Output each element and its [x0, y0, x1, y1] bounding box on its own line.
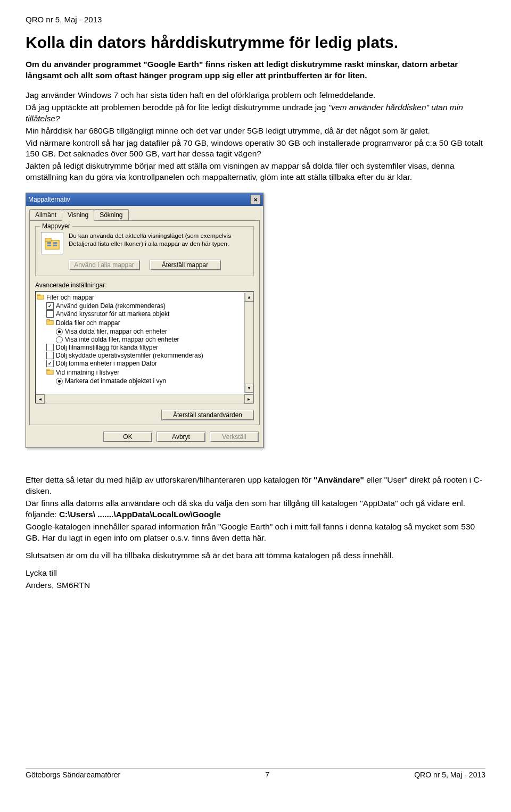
para-2: Då jag upptäckte att problemen berodde p… — [26, 102, 485, 125]
list-item-label: Vid inmatning i listvyer — [56, 369, 119, 376]
footer-right: QRO nr 5, Maj - 2013 — [414, 770, 485, 779]
checkbox[interactable] — [46, 344, 54, 351]
svg-rect-11 — [47, 369, 50, 371]
radio[interactable] — [56, 328, 63, 335]
dialog-tabs: Allmänt Visning Sökning — [26, 206, 263, 220]
folder-options-dialog: Mappalternativ ✕ Allmänt Visning Sökning… — [26, 193, 263, 448]
list-item[interactable]: Dölj tomma enheter i mappen Dator — [37, 360, 244, 368]
scroll-left-icon[interactable]: ◄ — [36, 394, 45, 404]
list-item[interactable]: Använd kryssrutor för att markera objekt — [37, 310, 244, 318]
para-3: Min hårddisk har 680GB tillgängligt minn… — [26, 126, 485, 137]
list-item[interactable]: Dölj skyddade operativsystemfiler (rekom… — [37, 352, 244, 360]
svg-rect-1 — [45, 238, 51, 242]
list-item-label: Dölj tomma enheter i mappen Dator — [56, 360, 157, 367]
dialog-titlebar: Mappalternativ ✕ — [26, 193, 263, 206]
advanced-settings-label: Avancerade inställningar: — [35, 281, 254, 289]
list-item-label: Visa inte dolda filer, mappar och enhete… — [65, 336, 179, 343]
list-item-label: Dölj filnamnstillägg för kända filtyper — [56, 344, 158, 351]
group-label: Mappvyer — [40, 222, 72, 230]
list-item-label: Dölj skyddade operativsystemfiler (rekom… — [56, 352, 203, 359]
advanced-settings-list[interactable]: Filer och mapparAnvänd guiden Dela (reko… — [35, 291, 254, 394]
svg-rect-7 — [37, 294, 40, 296]
signoff-2: Anders, SM6RTN — [26, 580, 485, 591]
page-footer: Göteborgs Sändareamatörer 7 QRO nr 5, Ma… — [26, 768, 485, 779]
apply-button[interactable]: Verkställ — [210, 432, 259, 442]
list-item-label: Markera det inmatade objektet i vyn — [65, 377, 166, 385]
list-item[interactable]: Dölj filnamnstillägg för kända filtyper — [37, 344, 244, 352]
folder-icon — [46, 318, 54, 327]
list-item-label: Visa dolda filer, mappar och enheter — [65, 328, 167, 335]
para-4: Vid närmare kontroll så har jag datafile… — [26, 138, 485, 160]
lower-text: Efter detta så letar du med hjälp av utf… — [26, 475, 485, 591]
lower-para-4: Slutsatsen är om du vill ha tillbaka dis… — [26, 550, 485, 561]
folder-view-text: Du kan använda det aktuella visningsläge… — [69, 232, 248, 248]
radio[interactable] — [56, 378, 63, 385]
reset-folders-button[interactable]: Återställ mappar — [150, 260, 221, 270]
checkbox[interactable] — [46, 310, 54, 318]
ok-button[interactable]: OK — [103, 432, 152, 442]
checkbox[interactable] — [46, 302, 54, 310]
dialog-button-row: OK Avbryt Verkställ — [26, 428, 263, 448]
scroll-up-icon[interactable]: ▲ — [245, 293, 253, 302]
list-item[interactable]: Markera det inmatade objektet i vyn — [37, 377, 244, 385]
para-5: Jakten på ledigt diskutrymme börjar med … — [26, 161, 485, 183]
list-item[interactable]: Vid inmatning i listvyer — [37, 368, 244, 377]
tab-search[interactable]: Sökning — [94, 209, 128, 220]
cancel-button[interactable]: Avbryt — [156, 432, 205, 442]
signoff-1: Lycka till — [26, 568, 485, 579]
folder-view-icon — [41, 232, 63, 254]
svg-rect-2 — [47, 242, 52, 244]
apply-all-folders-button[interactable]: Använd i alla mappar — [69, 260, 140, 270]
folder-icon — [46, 368, 54, 377]
list-item-label: Använd kryssrutor för att markera objekt — [56, 310, 169, 318]
list-item[interactable]: Visa inte dolda filer, mappar och enhete… — [37, 336, 244, 344]
scroll-down-icon[interactable]: ▼ — [245, 384, 253, 393]
page-header: QRO nr 5, Maj - 2013 — [26, 15, 485, 24]
article-title: Kolla din dators hårddiskutrymme för led… — [26, 34, 485, 52]
tab-view[interactable]: Visning — [62, 209, 94, 221]
restore-defaults-button[interactable]: Återställ standardvärden — [161, 410, 254, 420]
vertical-scrollbar[interactable]: ▲ ▼ — [244, 293, 253, 393]
footer-left: Göteborgs Sändareamatörer — [26, 770, 120, 779]
tab-general[interactable]: Allmänt — [29, 209, 62, 220]
list-item-label: Dolda filer och mappar — [56, 319, 120, 327]
dialog-title: Mappalternativ — [28, 196, 70, 203]
list-item-label: Filer och mappar — [46, 294, 94, 301]
lead-paragraph: Om du använder programmet "Google Earth"… — [26, 59, 485, 81]
lower-para-3: Google-katalogen innehåller sparad infor… — [26, 521, 485, 544]
folder-icon — [37, 293, 44, 302]
appdata-path: C:\Users\ .......\AppData\LocalLow\Googl… — [59, 510, 221, 519]
para-1: Jag använder Windows 7 och har sista tid… — [26, 90, 485, 101]
svg-rect-4 — [53, 242, 57, 244]
list-item[interactable]: Visa dolda filer, mappar och enheter — [37, 328, 244, 336]
list-item[interactable]: Filer och mappar — [37, 293, 244, 302]
horizontal-scrollbar[interactable]: ◄ ► — [35, 394, 254, 403]
list-item[interactable]: Använd guiden Dela (rekommenderas) — [37, 302, 244, 310]
list-item-label: Använd guiden Dela (rekommenderas) — [56, 302, 166, 310]
svg-rect-3 — [47, 245, 52, 246]
folder-views-group: Mappvyer Du kan använda det aktuella vis… — [35, 226, 254, 276]
list-item[interactable]: Dolda filer och mappar — [37, 318, 244, 328]
close-icon[interactable]: ✕ — [250, 195, 261, 204]
checkbox[interactable] — [46, 352, 54, 359]
radio[interactable] — [56, 336, 63, 343]
checkbox[interactable] — [46, 360, 54, 367]
body-text: Jag använder Windows 7 och har sista tid… — [26, 90, 485, 183]
scroll-right-icon[interactable]: ► — [244, 394, 253, 404]
svg-rect-9 — [47, 320, 50, 321]
lower-para-2: Där finns alla datorns alla användare oc… — [26, 498, 485, 520]
tab-pane-view: Mappvyer Du kan använda det aktuella vis… — [29, 220, 260, 425]
svg-rect-5 — [53, 245, 57, 246]
footer-page-number: 7 — [265, 770, 269, 779]
lower-para-1: Efter detta så letar du med hjälp av utf… — [26, 475, 485, 497]
